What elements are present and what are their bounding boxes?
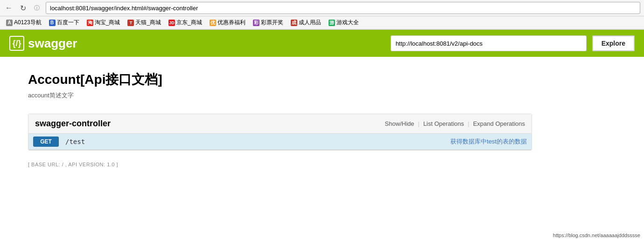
bookmark-jd[interactable]: JD 京东_商城 xyxy=(166,18,204,27)
bookmarks-bar: A A0123导航 B 百度一下 淘 淘宝_商城 T 天猫_商城 JD 京东_商… xyxy=(0,16,644,29)
api-footer: [ BASE URL: / , API VERSION: 1.0 ] xyxy=(28,162,532,167)
method-badge-get: GET xyxy=(33,137,59,147)
bookmark-label-lottery: 彩票开奖 xyxy=(261,19,283,27)
controller-header: swagger-controller Show/Hide | List Oper… xyxy=(28,114,532,134)
address-bar[interactable] xyxy=(46,2,640,14)
bookmark-label-baidu: 百度一下 xyxy=(57,19,79,27)
list-operations-link[interactable]: List Operations xyxy=(423,120,464,127)
controller-section: swagger-controller Show/Hide | List Oper… xyxy=(28,114,532,150)
bookmark-label-a0123: A0123导航 xyxy=(14,19,42,27)
api-description: account简述文字 xyxy=(28,91,532,100)
bookmark-tianmao[interactable]: T 天猫_商城 xyxy=(125,18,163,27)
action-separator-1: | xyxy=(418,120,419,127)
bookmark-label-tianmao: 天猫_商城 xyxy=(135,19,161,27)
controller-actions: Show/Hide | List Operations | Expand Ope… xyxy=(385,120,525,127)
bookmark-icon-a0123: A xyxy=(6,20,13,26)
endpoint-row[interactable]: GET /test 获得数据库中test的表的数据 xyxy=(28,134,532,150)
bookmark-label-coupon: 优惠券福利 xyxy=(217,19,245,27)
bookmark-label-taobao: 淘宝_商城 xyxy=(95,19,120,27)
base-url-label: [ BASE URL: / , API VERSION: 1.0 ] xyxy=(28,162,118,167)
bookmark-games[interactable]: 游 游戏大全 xyxy=(326,18,361,27)
bookmark-icon-baidu: B xyxy=(49,20,56,26)
swagger-header: {/} swagger Explore xyxy=(0,30,644,57)
bookmark-icon-lottery: 彩 xyxy=(253,20,259,26)
controller-name: swagger-controller xyxy=(35,119,385,129)
swagger-main-content: Account[Api接口文档] account简述文字 swagger-con… xyxy=(0,57,560,181)
action-separator-2: | xyxy=(468,120,469,127)
bookmark-taobao[interactable]: 淘 淘宝_商城 xyxy=(84,18,123,27)
browser-nav-bar: ← ↻ ⓘ xyxy=(0,0,644,16)
bookmark-coupon[interactable]: 优 优惠券福利 xyxy=(207,18,248,27)
bookmark-lottery[interactable]: 彩 彩票开奖 xyxy=(251,18,286,27)
endpoint-description[interactable]: 获得数据库中test的表的数据 xyxy=(450,137,527,146)
bookmark-label-games: 游戏大全 xyxy=(336,19,359,27)
endpoint-path: /test xyxy=(65,138,450,145)
swagger-logo-icon: {/} xyxy=(9,36,24,51)
back-button[interactable]: ← xyxy=(4,3,14,13)
security-icon: ⓘ xyxy=(32,3,42,13)
expand-operations-link[interactable]: Expand Operations xyxy=(473,120,525,127)
refresh-button[interactable]: ↻ xyxy=(18,3,28,13)
bookmark-icon-jd: JD xyxy=(168,20,175,26)
swagger-logo: {/} swagger xyxy=(9,36,77,51)
bookmark-icon-adult: 成 xyxy=(291,20,297,26)
bookmark-adult[interactable]: 成 成人用品 xyxy=(288,18,323,27)
explore-button[interactable]: Explore xyxy=(592,35,635,51)
browser-chrome: ← ↻ ⓘ A A0123导航 B 百度一下 淘 淘宝_商城 T 天猫_商城 J… xyxy=(0,0,644,30)
show-hide-link[interactable]: Show/Hide xyxy=(385,120,414,127)
bookmark-icon-coupon: 优 xyxy=(210,20,216,26)
swagger-logo-text: swagger xyxy=(28,36,77,51)
api-title: Account[Api接口文档] xyxy=(28,71,532,89)
bookmark-baidu[interactable]: B 百度一下 xyxy=(47,18,82,27)
bookmark-icon-games: 游 xyxy=(329,20,335,26)
bookmark-a0123[interactable]: A A0123导航 xyxy=(4,18,44,27)
bookmark-label-adult: 成人用品 xyxy=(299,19,321,27)
bookmark-icon-tianmao: T xyxy=(127,20,134,26)
bookmark-label-jd: 京东_商城 xyxy=(176,19,202,27)
swagger-url-input[interactable] xyxy=(391,35,587,51)
bookmark-icon-taobao: 淘 xyxy=(87,20,93,26)
